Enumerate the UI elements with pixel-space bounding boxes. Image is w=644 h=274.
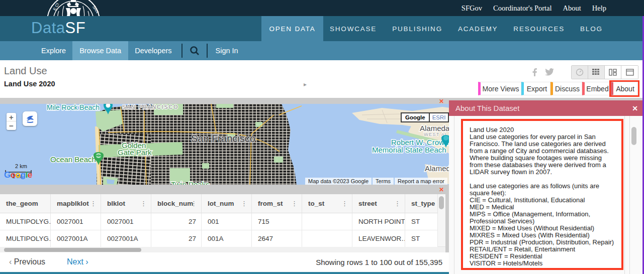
subnav-developers[interactable]: Developers <box>128 41 178 60</box>
svg-text:Memorial State Beach: Memorial State Beach <box>372 146 446 154</box>
close-panel-icon[interactable]: ✕ <box>632 104 638 112</box>
nav-blog[interactable]: BLOG <box>580 25 603 33</box>
discuss-button[interactable]: Discuss <box>550 82 582 95</box>
column-menu-icon[interactable]: ⋮ <box>291 200 298 207</box>
col-header-from-st[interactable]: from_st⋮ <box>252 194 302 213</box>
col-header-block-num[interactable]: block_num⋮ <box>151 194 202 213</box>
pagination-bar: ‹ Previous Next › Showing rows 1 to 100 … <box>0 252 450 272</box>
chevron-left-icon: ‹ <box>9 257 14 266</box>
map-report-error-link[interactable]: Report a map error <box>395 178 447 185</box>
cell[interactable]: ST <box>405 230 438 247</box>
previous-page-button[interactable]: ‹ Previous <box>9 257 45 266</box>
search-icon[interactable] <box>186 41 204 60</box>
nav-open-data[interactable]: OPEN DATA <box>261 16 323 41</box>
col-header-lot-num[interactable]: lot_num⋮ <box>202 194 252 213</box>
sign-in-button[interactable]: Sign In <box>216 41 238 60</box>
twitter-icon[interactable] <box>545 68 554 78</box>
scrollbar-thumb[interactable] <box>439 196 444 209</box>
cell[interactable]: 001 <box>202 213 252 230</box>
description-highlight: Land Use 2020 Land use categories for ev… <box>461 119 623 270</box>
svg-text:SAN FRANCISCO: SAN FRANCISCO <box>122 104 178 110</box>
layout-view-icon[interactable] <box>605 66 621 79</box>
embed-button[interactable]: Embed <box>582 82 611 95</box>
nav-showcase[interactable]: SHOWCASE <box>330 25 377 33</box>
cell[interactable]: MULTIPOLYG… <box>0 213 51 230</box>
cell[interactable]: 715 <box>252 213 302 230</box>
page-title: Land Use <box>4 65 47 77</box>
column-menu-icon[interactable]: ⋮ <box>341 200 348 207</box>
map-view[interactable]: Mile Rock Beach SAN FRANCISCO San Franci… <box>0 104 450 185</box>
col-header-the-geom[interactable]: the_geom <box>0 194 51 213</box>
cell[interactable]: 27 <box>151 230 202 247</box>
column-menu-icon[interactable]: ⋮ <box>394 200 401 207</box>
cell[interactable]: 001A <box>202 230 252 247</box>
nav-academy[interactable]: ACADEMY <box>458 25 498 33</box>
grid-view-icon[interactable] <box>588 66 605 79</box>
map-terms-link[interactable]: Terms <box>373 178 394 185</box>
cell[interactable]: 0027001A <box>101 230 151 247</box>
datasf-logo[interactable]: DataSF <box>31 19 85 37</box>
divider <box>629 116 630 274</box>
table-horizontal-scrollbar[interactable] <box>0 247 445 252</box>
column-menu-icon[interactable]: ⋮ <box>90 200 97 207</box>
close-map-icon[interactable]: ✕ <box>438 98 444 104</box>
table-vertical-scrollbar[interactable] <box>438 194 445 247</box>
about-button[interactable]: About <box>611 82 637 95</box>
toplink-help[interactable]: Help <box>592 4 606 13</box>
divider <box>181 44 182 58</box>
more-views-button[interactable]: More Views <box>478 82 521 95</box>
cell[interactable]: LEAVENWOR… <box>352 230 405 247</box>
subnav-browse-data[interactable]: Browse Data <box>72 41 128 60</box>
column-menu-icon[interactable]: ⋮ <box>191 200 197 207</box>
nav-resources[interactable]: RESOURCES <box>513 25 565 33</box>
gauge-view-icon[interactable] <box>572 66 588 79</box>
cell[interactable]: 2647 <box>252 230 302 247</box>
svg-text:Alamed: Alamed <box>425 164 450 173</box>
subnav-explore[interactable]: Explore <box>35 41 72 60</box>
cell[interactable]: 0027001 <box>51 213 101 230</box>
map-zoom-control: + − <box>7 113 16 130</box>
secondary-nav: Explore Browse Data Developers Sign In <box>0 41 644 60</box>
col-header-st-type[interactable]: st_type <box>405 194 438 213</box>
facebook-icon[interactable] <box>531 68 538 78</box>
chevron-right-icon[interactable]: ▸ <box>304 81 307 88</box>
zoom-in-button[interactable]: + <box>7 113 16 121</box>
svg-text:Ocean Beach: Ocean Beach <box>50 155 96 164</box>
col-header-street[interactable]: street⋮ <box>352 194 405 213</box>
cell[interactable]: 0027001 <box>101 213 151 230</box>
panel-scrollbar-thumb[interactable] <box>631 127 636 145</box>
page: E CI SAN SFGov Coordinator's Portal Abou… <box>0 0 644 274</box>
cell[interactable] <box>302 230 352 247</box>
main-nav: SHOWCASE PUBLISHING ACADEMY RESOURCES BL… <box>330 16 603 41</box>
export-button[interactable]: Export <box>521 82 550 95</box>
next-page-button[interactable]: Next › <box>67 257 88 266</box>
toplink-about[interactable]: About <box>563 4 581 13</box>
svg-text:San Francisco: San Francisco <box>191 133 255 144</box>
esri-basemap-button[interactable]: ESRI <box>430 112 449 122</box>
dataset-name: Land Use 2020 <box>4 80 55 88</box>
cell[interactable]: ST <box>405 213 438 230</box>
cell[interactable]: 0027001A <box>51 230 101 247</box>
map-tool-button[interactable] <box>23 111 37 126</box>
svg-text:Gate Park: Gate Park <box>118 148 152 157</box>
toplink-sfgov[interactable]: SFGov <box>462 4 482 13</box>
close-table-icon[interactable]: ✕ <box>438 187 444 193</box>
cell[interactable]: MULTIPOLYG… <box>0 230 51 247</box>
dataset-actions: More Views Export Discuss Embed About <box>478 82 637 95</box>
scrollbar-thumb[interactable] <box>4 248 141 252</box>
col-header-blklot[interactable]: blklot⋮ <box>101 194 151 213</box>
col-header-mapblklot[interactable]: mapblklot⋮ <box>51 194 101 213</box>
toplink-coordinators-portal[interactable]: Coordinator's Portal <box>493 4 552 13</box>
sf-city-seal-logo: E CI SAN <box>42 0 106 16</box>
nav-publishing[interactable]: PUBLISHING <box>392 25 442 33</box>
cell[interactable] <box>302 213 352 230</box>
cell[interactable]: 27 <box>151 213 202 230</box>
svg-text:Mile Rock Beach: Mile Rock Beach <box>47 104 100 111</box>
column-menu-icon[interactable]: ⋮ <box>140 200 147 207</box>
cell[interactable]: NORTH POINT <box>352 213 405 230</box>
window-view-icon[interactable] <box>621 66 638 79</box>
zoom-out-button[interactable]: − <box>7 121 16 130</box>
column-menu-icon[interactable]: ⋮ <box>241 200 247 207</box>
col-header-to-st[interactable]: to_st⋮ <box>302 194 352 213</box>
google-basemap-button[interactable]: Google <box>401 112 430 122</box>
